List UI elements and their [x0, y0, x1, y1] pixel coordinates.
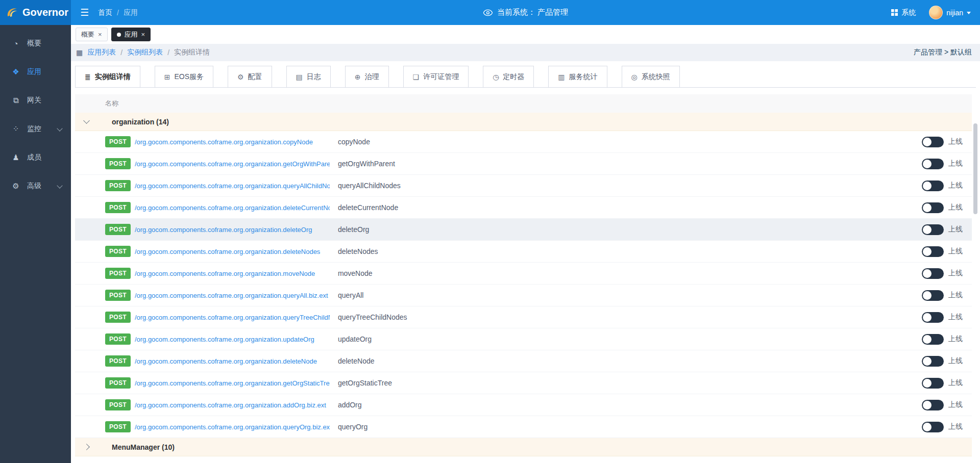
status-label: 上线: [948, 269, 963, 278]
member-icon: ♟: [11, 153, 20, 162]
open-tabs-bar: 概要 × 应用 ×: [71, 25, 980, 44]
service-row: POST /org.gocom.components.coframe.org.o…: [75, 153, 972, 175]
status-label: 上线: [948, 378, 963, 388]
service-name: queryAll: [338, 291, 914, 299]
tab[interactable]: ❏ 许可证管理: [403, 66, 469, 87]
group-label: organization (14): [112, 118, 169, 126]
expand-caret-icon[interactable]: [83, 444, 90, 450]
current-system-label: 当前系统： 产品管理: [497, 8, 568, 17]
status-toggle[interactable]: [922, 181, 944, 191]
service-path-link[interactable]: /org.gocom.components.coframe.org.organi…: [135, 357, 330, 365]
tab[interactable]: ◷ 定时器: [483, 66, 534, 87]
method-badge: POST: [105, 333, 131, 345]
tab[interactable]: ⚙ 配置: [228, 66, 272, 87]
topbar-breadcrumb: 首页 / 应用: [98, 8, 138, 17]
status-toggle[interactable]: [922, 378, 944, 389]
sidebar: ◔ 概要 ❖ 应用 ⧉ 网关 ⁘ 监控 ♟ 成员 ⚙ 高级: [0, 25, 71, 463]
service-path-link[interactable]: /org.gocom.components.coframe.org.organi…: [135, 248, 330, 255]
tab[interactable]: ▤ 日志: [286, 66, 331, 87]
table-header: 名称: [75, 94, 972, 113]
tab[interactable]: ⊞ EOS服务: [155, 66, 213, 87]
service-path-link[interactable]: /org.gocom.components.coframe.org.organi…: [135, 138, 330, 146]
status-toggle[interactable]: [922, 422, 944, 432]
service-path-link[interactable]: /org.gocom.components.coframe.org.organi…: [135, 314, 330, 321]
sidebar-item[interactable]: ❖ 应用: [0, 58, 71, 86]
service-name: addOrg: [338, 401, 914, 409]
service-row: POST /org.gocom.components.coframe.org.o…: [75, 197, 972, 219]
status-toggle[interactable]: [922, 159, 944, 169]
timer-icon: ◷: [493, 73, 499, 81]
service-name: updateOrg: [338, 335, 914, 343]
sidebar-item[interactable]: ⚙ 高级: [0, 172, 71, 200]
service-row: POST /org.gocom.components.coframe.org.o…: [75, 175, 972, 197]
sidebar-item[interactable]: ⁘ 监控: [0, 115, 71, 143]
service-path-link[interactable]: /org.gocom.components.coframe.org.organi…: [135, 270, 330, 277]
status-toggle[interactable]: [922, 137, 944, 147]
current-system: 当前系统： 产品管理: [483, 8, 568, 17]
tab[interactable]: ▥ 服务统计: [548, 66, 607, 87]
service-path-link[interactable]: /org.gocom.components.coframe.org.organi…: [135, 160, 330, 168]
collapse-caret-icon[interactable]: [83, 117, 90, 124]
status-label: 上线: [948, 137, 963, 146]
service-path-link[interactable]: /org.gocom.components.coframe.org.organi…: [135, 204, 330, 212]
system-menu[interactable]: 系统: [891, 8, 916, 17]
gear-icon: ⚙: [237, 73, 244, 81]
breadcrumb-instance-group-list[interactable]: 实例组列表: [127, 48, 163, 57]
service-path-link[interactable]: /org.gocom.components.coframe.org.organi…: [135, 379, 330, 387]
status-toggle[interactable]: [922, 356, 944, 367]
chevron-down-icon: [967, 12, 971, 14]
system-label: 系统: [901, 8, 916, 17]
service-row: POST /org.gocom.components.coframe.org.o…: [75, 350, 972, 372]
breadcrumb-separator: /: [167, 48, 169, 57]
service-name: getOrgStaticTree: [338, 379, 914, 387]
open-tab-tag[interactable]: 应用 ×: [111, 28, 151, 41]
open-tab-tag[interactable]: 概要 ×: [76, 28, 108, 41]
apps-icon: ❖: [11, 67, 20, 76]
logo-icon: [6, 7, 18, 19]
service-path-link[interactable]: /org.gocom.components.coframe.org.organi…: [135, 292, 330, 299]
status-label: 上线: [948, 356, 963, 366]
close-icon[interactable]: ×: [98, 31, 102, 38]
tab[interactable]: ◎ 系统快照: [622, 66, 680, 87]
tab[interactable]: ≣ 实例组详情: [75, 66, 140, 87]
status-toggle[interactable]: [922, 268, 944, 279]
status-label: 上线: [948, 400, 963, 409]
service-path-link[interactable]: /org.gocom.components.coframe.org.organi…: [135, 226, 330, 234]
service-path-link[interactable]: /org.gocom.components.coframe.org.organi…: [135, 182, 330, 190]
license-icon: ❏: [413, 73, 420, 81]
system-grid-icon: [891, 9, 898, 16]
method-badge: POST: [105, 224, 131, 235]
group-row-menumanager[interactable]: MenuManager (10): [75, 438, 972, 456]
status-toggle[interactable]: [922, 290, 944, 301]
breadcrumb-app-list[interactable]: 应用列表: [87, 48, 116, 57]
scrollbar-thumb[interactable]: [973, 123, 977, 214]
status-toggle[interactable]: [922, 334, 944, 345]
service-path-link[interactable]: /org.gocom.components.coframe.org.organi…: [135, 423, 330, 431]
breadcrumb-home[interactable]: 首页: [98, 8, 112, 17]
user-menu[interactable]: nijian: [929, 6, 971, 19]
sidebar-item[interactable]: ◔ 概要: [0, 29, 71, 58]
breadcrumb-app[interactable]: 应用: [124, 8, 138, 17]
sidebar-item[interactable]: ♟ 成员: [0, 143, 71, 172]
status-label: 上线: [948, 335, 963, 344]
sidebar-item[interactable]: ⧉ 网关: [0, 86, 71, 115]
chevron-down-icon: [57, 183, 62, 188]
group-row-organization[interactable]: organization (14): [75, 113, 972, 131]
service-name: moveNode: [338, 269, 914, 277]
service-path-link[interactable]: /org.gocom.components.coframe.org.organi…: [135, 336, 330, 343]
breadcrumb-separator: /: [117, 9, 119, 17]
status-toggle[interactable]: [922, 400, 944, 410]
menu-toggle-icon[interactable]: ☰: [80, 7, 89, 18]
status-label: 上线: [948, 203, 963, 212]
status-toggle[interactable]: [922, 312, 944, 323]
method-badge: POST: [105, 246, 131, 257]
method-badge: POST: [105, 268, 131, 279]
close-icon[interactable]: ×: [141, 31, 145, 38]
status-toggle[interactable]: [922, 202, 944, 213]
status-toggle[interactable]: [922, 224, 944, 235]
logo[interactable]: Governor: [0, 0, 71, 25]
service-path-link[interactable]: /org.gocom.components.coframe.org.organi…: [135, 401, 330, 409]
tab[interactable]: ⊕ 治理: [345, 66, 389, 87]
status-toggle[interactable]: [922, 246, 944, 257]
service-row: POST /org.gocom.components.coframe.org.o…: [75, 263, 972, 285]
